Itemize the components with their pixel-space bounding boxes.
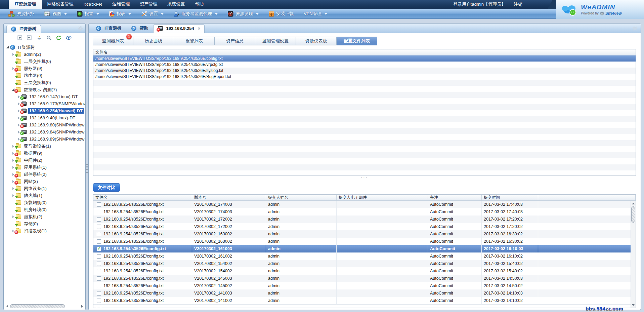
subtab-config-file-list[interactable]: 配置文件列表	[337, 37, 377, 45]
topology-button[interactable]: 资源拓扑	[3, 11, 39, 17]
file-path-row[interactable]: /home/siteview/SITEVIEWITOSS/repo/192.16…	[93, 55, 636, 62]
tree-item[interactable]: 二层交换机(0)	[4, 58, 85, 65]
row-checkbox[interactable]	[97, 276, 101, 281]
refresh-icon[interactable]	[56, 35, 61, 40]
settings-button[interactable]: 设置	[136, 11, 169, 17]
table-vertical-scrollbar[interactable]	[631, 201, 636, 308]
tree-item[interactable]: 192.168.9.89(SNMPWindow	[4, 135, 85, 143]
locate-node-icon[interactable]	[36, 35, 42, 40]
version-row[interactable]: 192.168.9.254/s3526E/config.txtV20170302…	[93, 238, 636, 245]
version-row[interactable]: 192.168.9.254/s3526E/config.txtV20170302…	[93, 252, 636, 260]
version-row[interactable]: 192.168.9.254/s3526E/config.txtV20170302…	[93, 245, 636, 252]
tree-item[interactable]: 防火墙(1)	[4, 192, 85, 199]
menu-item-help[interactable]: 帮助	[190, 0, 209, 9]
tree-item[interactable]: 网络设备(1)	[4, 185, 85, 192]
tree-item[interactable]: 三层交换机(0)	[4, 79, 85, 86]
menu-item-ops[interactable]: 运维管理	[107, 0, 135, 9]
version-row[interactable]: 192.168.9.254/s3526E/config.txtV20170302…	[93, 208, 636, 216]
row-checkbox[interactable]	[97, 217, 101, 222]
scroll-up-arrow-icon[interactable]	[631, 201, 636, 206]
menu-item-it-resource[interactable]: IT资源管理	[9, 0, 42, 9]
discovery-button[interactable]: 资源发现	[223, 11, 264, 17]
tree-item[interactable]: 应用系统(1)	[4, 164, 85, 171]
tab-it-resource-tree[interactable]: IT资源树	[91, 24, 126, 33]
row-checkbox[interactable]	[97, 262, 101, 266]
install-download-button[interactable]: 安装下载	[264, 11, 299, 17]
tree-item[interactable]: 192.168.9.80(SNMPWindow	[4, 121, 85, 128]
row-checkbox[interactable]	[97, 202, 101, 207]
row-checkbox[interactable]	[97, 305, 101, 308]
report-button[interactable]: 报表	[104, 11, 136, 17]
scroll-left-arrow-icon[interactable]	[5, 304, 9, 309]
scrollbar-thumb[interactable]	[10, 304, 65, 308]
version-row[interactable]: 192.168.9.254/s3526E/config.txtV20170302…	[93, 201, 636, 208]
menu-item-docker[interactable]: DOCKER	[79, 0, 108, 9]
version-row[interactable]: 192.168.9.254/s3526E/config.txtV20170302…	[93, 260, 636, 267]
logout-link[interactable]: 注销	[514, 1, 522, 7]
gear-icon[interactable]	[633, 26, 637, 31]
tree-expand-arrow-icon[interactable]	[5, 46, 10, 48]
row-checkbox[interactable]	[97, 299, 101, 303]
row-checkbox[interactable]	[97, 269, 101, 273]
tree-item[interactable]: 中间件(2)	[4, 157, 85, 164]
tree-item[interactable]: IT资源树	[4, 44, 85, 51]
version-row[interactable]: 192.168.9.254/s3526E/config.txtV20170302…	[93, 267, 636, 275]
tree-item[interactable]: 邮件系统(2)	[4, 171, 85, 178]
row-checkbox[interactable]	[97, 225, 101, 229]
panel-splitter-grip[interactable]	[86, 164, 88, 174]
tree-item[interactable]: 亚马逊设备(1)	[4, 143, 85, 150]
tree-item[interactable]: 192.168.9.84(SNMPWindow	[4, 128, 85, 135]
file-path-row[interactable]: /home/siteview/SITEVIEWITOSS/repo/192.16…	[93, 68, 636, 74]
version-row[interactable]: 192.168.9.254/s3526E/config.txtV20170302…	[93, 297, 636, 304]
scroll-down-arrow-icon[interactable]	[631, 303, 636, 307]
version-row[interactable]: 192.168.9.254/s3526E/config.txtV20170302…	[93, 216, 636, 223]
tab-device-192-168-9-254[interactable]: 192.168.9.254 ×	[153, 24, 205, 33]
tree-item[interactable]: 192.168.9.40(Linux)-DT	[4, 114, 85, 121]
row-checkbox[interactable]	[97, 232, 101, 236]
row-checkbox[interactable]	[97, 254, 101, 259]
tree-item[interactable]: 服务器(9)	[4, 65, 85, 72]
collapse-all-icon[interactable]	[27, 35, 32, 40]
tree-item[interactable]: 负载均衡(0)	[4, 199, 85, 206]
subtab-resource-dashboard[interactable]: 资源仪表板	[296, 37, 337, 45]
version-row[interactable]: 192.168.9.254/s3526E/config.txtV20170302…	[93, 289, 636, 297]
tree-item[interactable]: 192.168.9.147(Linux)-DT	[4, 93, 85, 100]
row-checkbox[interactable]	[97, 247, 101, 251]
tree-item[interactable]: 路由器(0)	[4, 72, 85, 79]
tree-item[interactable]: 192.168.9.173(SNMPWindow	[4, 100, 85, 107]
subtab-alarm-list[interactable]: 报警列表	[174, 37, 215, 45]
tree-item[interactable]: 虚拟机(2)	[4, 213, 85, 220]
tree-item[interactable]: 存储(0)	[4, 220, 85, 227]
subtab-asset-info[interactable]: 资产信息	[215, 37, 255, 45]
gear-icon[interactable]	[78, 26, 83, 31]
horizontal-splitter[interactable]: ···	[93, 176, 636, 181]
row-checkbox[interactable]	[97, 239, 101, 244]
tree-item[interactable]: 扫描发现(1)	[4, 227, 85, 234]
file-path-row[interactable]: /home/siteview/SITEVIEWITOSS/repo/192.16…	[93, 62, 636, 68]
row-checkbox[interactable]	[97, 210, 101, 214]
search-icon[interactable]	[46, 35, 52, 40]
row-checkbox[interactable]	[97, 284, 101, 288]
view-button[interactable]: 视图	[39, 11, 72, 17]
menu-item-asset[interactable]: 资产管理	[135, 0, 162, 9]
menu-item-system[interactable]: 系统设置	[162, 0, 190, 9]
version-row[interactable]: 192.168.9.254/s3526E/config.txtV20170302…	[93, 223, 636, 230]
subtab-monitor-settings[interactable]: 监测管理设置	[255, 37, 296, 45]
version-row[interactable]: 192.168.9.254/s3526E/config.txtV20170302…	[93, 230, 636, 238]
tree-item[interactable]: 机房环境(0)	[4, 206, 85, 213]
alarm-button[interactable]: 报警	[72, 11, 104, 17]
tree-item[interactable]: 网站(3)	[4, 178, 85, 185]
server-agent-button[interactable]: 服务器监测代理	[169, 11, 223, 17]
scroll-right-arrow-icon[interactable]	[80, 304, 84, 309]
menu-item-network-device[interactable]: 网络设备管理	[42, 0, 79, 9]
sidebar-tab-it-resource-tree[interactable]: IT资源树	[6, 25, 41, 33]
tree-item[interactable]: 192.168.9.254(Huawei)-DT	[4, 107, 85, 114]
tree-item[interactable]: admin(2)	[4, 51, 85, 58]
tree-item[interactable]: 数据库(9)	[4, 150, 85, 157]
tree-horizontal-scrollbar[interactable]	[5, 304, 84, 309]
close-tab-icon[interactable]: ×	[198, 26, 201, 31]
scrollbar-thumb[interactable]	[631, 206, 635, 223]
row-checkbox[interactable]	[97, 291, 101, 296]
version-row[interactable]: 192.168.9.254/s3526E/config.txtV20170302…	[93, 282, 636, 289]
vpn-button[interactable]: VPN管理	[299, 11, 332, 17]
